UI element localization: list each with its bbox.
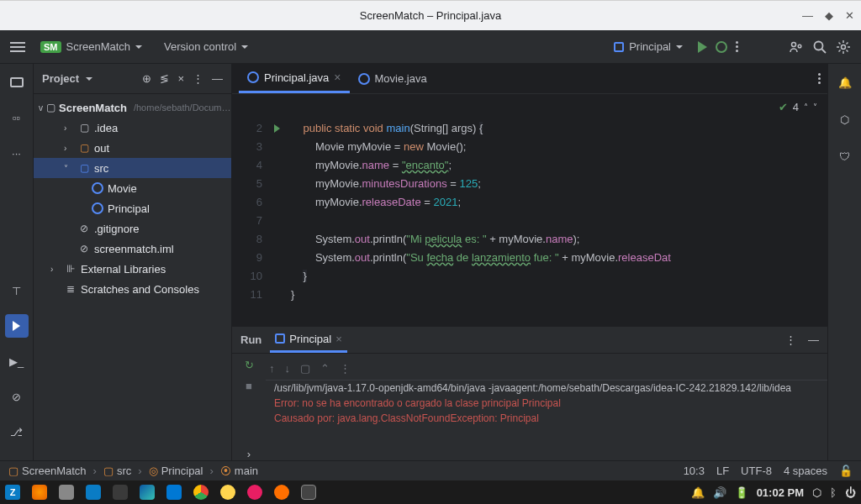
zorin-start-icon[interactable]: Z xyxy=(5,485,20,500)
tree-item[interactable]: ⊘screenmatch.iml xyxy=(34,239,231,259)
window-controls: — ◆ ✕ xyxy=(802,9,854,22)
clock[interactable]: 01:02 PM xyxy=(757,486,804,499)
filter-icon[interactable]: ⌃ xyxy=(320,362,330,375)
tab-options-icon[interactable] xyxy=(818,73,821,84)
line-gutter[interactable]: 234567891011 xyxy=(232,119,269,326)
chevron-down-icon[interactable]: ˅ xyxy=(813,102,817,112)
file-encoding[interactable]: UTF-8 xyxy=(741,465,772,477)
svg-point-2 xyxy=(815,41,823,50)
tree-item[interactable]: ≣Scratches and Consoles xyxy=(34,279,231,299)
tree-item[interactable]: Movie xyxy=(34,178,231,198)
tree-item[interactable]: Principal xyxy=(34,198,231,218)
code-content[interactable]: public static void main(String[] args) {… xyxy=(284,119,827,326)
tree-item[interactable]: ›▢.idea xyxy=(34,118,231,138)
run-config-selector[interactable]: Principal xyxy=(607,37,689,56)
inspection-widget[interactable]: ✔ 4 ˄ ˅ xyxy=(779,101,817,113)
window-title: ScreenMatch – Principal.java xyxy=(360,9,501,22)
select-opened-icon[interactable]: ⊕ xyxy=(142,72,151,85)
edge-icon[interactable] xyxy=(140,485,155,500)
terminal-tool-button[interactable]: ▶_ xyxy=(5,349,29,373)
build-tool-button[interactable]: ⊤ xyxy=(5,279,29,302)
notification-tray-icon[interactable]: 🔔 xyxy=(691,486,705,499)
project-selector[interactable]: SM ScreenMatch xyxy=(34,37,149,56)
app-icon[interactable] xyxy=(220,485,235,500)
run-panel: Run Principal × ⋮ — ↻ ■ › xyxy=(232,326,827,460)
line-separator[interactable]: LF xyxy=(716,465,729,477)
chevron-down-icon[interactable] xyxy=(86,77,92,84)
tree-item[interactable]: ˅▢src xyxy=(34,158,231,178)
close-tab-icon[interactable]: × xyxy=(334,71,341,84)
run-tab[interactable]: Principal × xyxy=(270,327,346,353)
close-icon[interactable]: ✕ xyxy=(845,9,854,22)
project-panel: Project ⊕ ≶ × ⋮ — v ▢ ScreenMatch /home/… xyxy=(34,64,232,460)
run-output-toolbar: ↑ ↓ ▢ ⌃ ⋮ xyxy=(266,357,827,381)
output-line: Causado por: java.lang.ClassNotFoundExce… xyxy=(266,411,827,426)
project-tree[interactable]: v ▢ ScreenMatch /home/sebath/Documentos/… xyxy=(34,94,231,460)
close-tab-icon[interactable]: × xyxy=(335,333,342,345)
down-icon[interactable]: ↓ xyxy=(285,362,291,375)
hide-run-panel-icon[interactable]: — xyxy=(808,333,819,346)
main-menu-icon[interactable] xyxy=(10,42,25,52)
more-actions-icon[interactable] xyxy=(736,41,738,52)
volume-icon[interactable]: 🔊 xyxy=(713,486,726,499)
caret-position[interactable]: 10:3 xyxy=(684,465,705,477)
run-tool-button[interactable] xyxy=(5,314,29,338)
shield-tool-button[interactable]: 🛡 xyxy=(833,144,857,168)
maximize-icon[interactable]: ◆ xyxy=(825,9,833,22)
notifications-tool-button[interactable]: 🔔 xyxy=(833,71,857,94)
power-icon[interactable]: ⏻ xyxy=(845,486,856,499)
collapse-all-icon[interactable]: × xyxy=(177,72,184,85)
readonly-icon[interactable]: 🔓 xyxy=(839,465,853,477)
os-taskbar: Z 🔔 🔊 🔋 01:02 PM ⬡ ᛒ ⏻ xyxy=(0,480,861,504)
app-icon[interactable] xyxy=(274,485,289,500)
code-with-me-icon[interactable] xyxy=(789,39,804,55)
panel-options-icon[interactable]: ⋮ xyxy=(193,72,203,85)
expand-all-icon[interactable]: ≶ xyxy=(160,72,169,85)
project-tool-button[interactable] xyxy=(5,71,29,94)
vscode-icon[interactable] xyxy=(166,485,182,500)
tree-item[interactable]: ›⊪External Libraries xyxy=(34,259,231,279)
rerun-icon[interactable]: ↻ xyxy=(245,359,254,371)
chrome-icon[interactable] xyxy=(193,485,209,500)
more-tool-button[interactable]: ··· xyxy=(5,141,29,165)
structure-tool-button[interactable]: ▫▫ xyxy=(5,106,29,129)
problems-tool-button[interactable]: ⊘ xyxy=(5,385,29,408)
screenshot-icon[interactable]: ▢ xyxy=(300,362,310,375)
intellij-icon[interactable] xyxy=(301,485,316,500)
git-tool-button[interactable]: ⎇ xyxy=(5,420,29,444)
text-editor-icon[interactable] xyxy=(113,485,128,500)
code-editor[interactable]: 234567891011 public static void main(Str… xyxy=(232,119,827,326)
run-button[interactable] xyxy=(698,41,707,53)
debug-button[interactable] xyxy=(716,41,727,53)
hide-panel-icon[interactable]: — xyxy=(212,72,223,85)
tree-item[interactable]: ›▢out xyxy=(34,138,231,158)
search-icon[interactable] xyxy=(812,39,827,55)
class-icon xyxy=(358,73,370,85)
chevron-right-icon[interactable]: › xyxy=(247,448,251,460)
nav-breadcrumb[interactable]: ▢ ScreenMatch›▢ src›◎ Principal›⦿ main xyxy=(8,465,258,477)
gutter-icons[interactable] xyxy=(269,119,284,326)
stop-icon[interactable]: ■ xyxy=(246,380,252,392)
camera-icon[interactable] xyxy=(86,485,101,500)
battery-icon[interactable]: 🔋 xyxy=(735,486,748,499)
up-icon[interactable]: ↑ xyxy=(269,362,275,375)
indent-widget[interactable]: 4 spaces xyxy=(784,465,827,477)
tray-icon[interactable]: ⬡ xyxy=(812,486,821,499)
right-tool-rail: 🔔 ⬡ 🛡 xyxy=(827,64,861,460)
chevron-up-icon[interactable]: ˄ xyxy=(804,102,808,112)
ai-tool-button[interactable]: ⬡ xyxy=(833,108,857,131)
tree-root[interactable]: v ▢ ScreenMatch /home/sebath/Documentos/… xyxy=(34,97,231,118)
settings-icon[interactable] xyxy=(836,39,851,55)
run-options-icon[interactable]: ⋮ xyxy=(785,333,796,346)
app-icon[interactable] xyxy=(247,485,262,500)
editor-tab[interactable]: Movie.java xyxy=(350,64,436,93)
editor-tab[interactable]: Principal.java× xyxy=(239,64,350,93)
run-output[interactable]: ↑ ↓ ▢ ⌃ ⋮ /usr/lib/jvm/java-1.17.0-openj… xyxy=(266,354,827,460)
tree-item[interactable]: ⊘.gitignore xyxy=(34,218,231,239)
bluetooth-icon[interactable]: ᛒ xyxy=(830,486,837,499)
minimize-icon[interactable]: — xyxy=(802,9,813,22)
firefox-icon[interactable] xyxy=(32,485,47,500)
vcs-widget[interactable]: Version control xyxy=(157,37,255,56)
files-icon[interactable] xyxy=(59,485,74,500)
output-options-icon[interactable]: ⋮ xyxy=(340,362,351,375)
